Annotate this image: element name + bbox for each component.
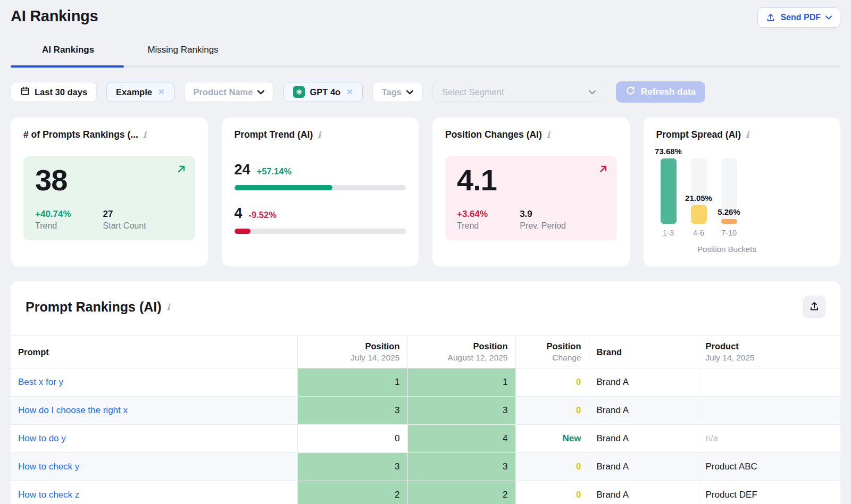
spread-categories: 1-34-67-10 (661, 229, 828, 237)
brand-cell: Brand A (589, 425, 698, 453)
stat-cards-row: # of Prompts Rankings (... i 38 +40.74% … (11, 117, 840, 266)
export-button[interactable] (803, 296, 825, 318)
refresh-data-button[interactable]: Refresh data (616, 81, 705, 103)
info-icon[interactable]: i (167, 302, 170, 312)
openai-logo-icon: ✳ (293, 86, 305, 98)
info-icon[interactable]: i (143, 130, 146, 140)
segment-placeholder: Select Segment (442, 87, 504, 97)
card-position-changes: Position Changes (AI) i 4.1 +3.64% Trend… (432, 117, 630, 266)
trend-value: +40.74% (35, 209, 71, 220)
product-cell: Product ABC (698, 453, 840, 481)
example-filter-chip[interactable]: Example ✕ (106, 82, 174, 102)
product-cell: n/a (698, 425, 840, 453)
table-row: How to check y330Brand AProduct ABC (11, 453, 840, 481)
prompt-link[interactable]: How to check y (18, 461, 79, 472)
main-value: 4.1 (457, 164, 605, 197)
card-title: Prompt Trend (AI) (235, 129, 313, 140)
position-2-cell: 3 (407, 397, 515, 425)
table-row: How to check z220Brand AProduct DEF (11, 481, 840, 504)
prompt-rankings-table-card: Prompt Rankings (AI) i Prompt PositionJu… (11, 281, 840, 504)
prev-period-stat: 3.9 Prev. Period (520, 209, 566, 231)
tags-label: Tags (382, 87, 402, 97)
trend-stat: +40.74% Trend (35, 209, 71, 231)
filter-bar: Last 30 days Example ✕ Product Name ✳ GP… (11, 81, 840, 103)
close-icon[interactable]: ✕ (346, 87, 353, 97)
position-1-cell: 3 (297, 453, 407, 481)
tags-dropdown[interactable]: Tags (372, 82, 423, 102)
info-icon[interactable]: i (547, 130, 550, 140)
calendar-icon (20, 86, 30, 98)
spread-bar-category: 4-6 (691, 229, 707, 237)
gpt4o-filter-chip[interactable]: ✳ GPT 4o ✕ (283, 82, 362, 102)
col-header-position-1: PositionJuly 14, 2025 (297, 336, 407, 368)
chevron-down-icon (406, 90, 413, 95)
highlight-box: 38 +40.74% Trend 27 Start Count (23, 156, 195, 240)
start-count-stat: 27 Start Count (103, 209, 146, 231)
active-tab-indicator (11, 65, 124, 68)
chevron-down-icon (257, 90, 264, 95)
prev-period-label: Prev. Period (520, 221, 566, 231)
table-row: How to do y04NewBrand An/a (11, 425, 840, 453)
main-value: 38 (35, 164, 183, 197)
spread-bars: 73.68%21.05%5.26% (661, 158, 828, 224)
spread-bar-category: 1-3 (661, 229, 677, 237)
prompt-cell: How to check z (11, 481, 297, 504)
col-header-brand: Brand (589, 336, 698, 368)
product-name-label: Product Name (194, 87, 253, 97)
page-title: AI Rankings (11, 7, 98, 25)
upload-icon (809, 301, 820, 313)
card-prompt-spread: Prompt Spread (AI) i 73.68%21.05%5.26% 1… (644, 117, 841, 266)
close-icon[interactable]: ✕ (158, 87, 165, 97)
chevron-down-icon (825, 15, 832, 20)
progress-track (235, 229, 406, 234)
card-prompt-trend: Prompt Trend (AI) i 24 +57.14% 4 -9.52% (222, 117, 419, 266)
trend-up-row: 24 +57.14% (235, 162, 406, 190)
spread-bar: 21.05% (691, 158, 707, 224)
trend-label: Trend (457, 221, 488, 231)
trend-value: +3.64% (457, 209, 488, 220)
trend-up-arrow-icon (598, 164, 608, 174)
info-icon[interactable]: i (746, 130, 749, 140)
prev-period-value: 3.9 (520, 209, 566, 220)
tab-ai-rankings[interactable]: AI Rankings (11, 45, 126, 65)
prompt-link[interactable]: Best x for y (18, 377, 63, 387)
progress-track (235, 185, 406, 190)
col-header-product: ProductJuly 14, 2025 (698, 336, 840, 368)
card-title: Prompt Spread (AI) (656, 129, 741, 140)
chevron-down-icon (589, 90, 596, 95)
prompt-link[interactable]: How do I choose the right x (18, 405, 128, 415)
trend-label: Trend (35, 221, 71, 231)
brand-cell: Brand A (589, 397, 698, 425)
ai-rankings-page: AI Rankings Send PDF AI Rankings Missing… (0, 0, 851, 504)
product-name-dropdown[interactable]: Product Name (184, 82, 274, 102)
progress-fill (235, 229, 251, 234)
spread-bar: 73.68% (661, 158, 677, 224)
prompt-cell: How to check y (11, 453, 297, 481)
prompt-link[interactable]: How to check z (18, 490, 79, 500)
table-header-row: Prompt PositionJuly 14, 2025 PositionAug… (11, 336, 840, 368)
upload-icon (766, 13, 775, 22)
position-2-cell: 1 (407, 368, 515, 397)
table-body: Best x for y110Brand AHow do I choose th… (11, 368, 840, 504)
product-cell: Product DEF (698, 481, 840, 504)
product-cell (698, 397, 840, 425)
send-pdf-button[interactable]: Send PDF (757, 7, 840, 28)
tab-missing-rankings[interactable]: Missing Rankings (126, 45, 240, 65)
col-header-prompt: Prompt (11, 336, 297, 368)
col-header-position-change: PositionChange (515, 336, 589, 368)
trend-up-pct: +57.14% (257, 166, 292, 177)
start-count-label: Start Count (103, 221, 146, 231)
info-icon[interactable]: i (318, 130, 321, 140)
position-1-cell: 2 (297, 481, 407, 504)
date-range-filter[interactable]: Last 30 days (11, 82, 97, 102)
prompt-cell: How to do y (11, 425, 297, 453)
product-cell (698, 368, 840, 397)
segment-select[interactable]: Select Segment (432, 82, 605, 102)
prompt-link[interactable]: How to do y (18, 433, 66, 443)
position-change-cell: 0 (515, 453, 589, 481)
highlight-box: 4.1 +3.64% Trend 3.9 Prev. Period (445, 156, 617, 240)
brand-cell: Brand A (589, 453, 698, 481)
progress-fill (235, 185, 332, 190)
position-buckets-chart: 73.68%21.05%5.26% 1-34-67-10 Position Bu… (656, 158, 828, 254)
tab-underline (11, 65, 840, 68)
